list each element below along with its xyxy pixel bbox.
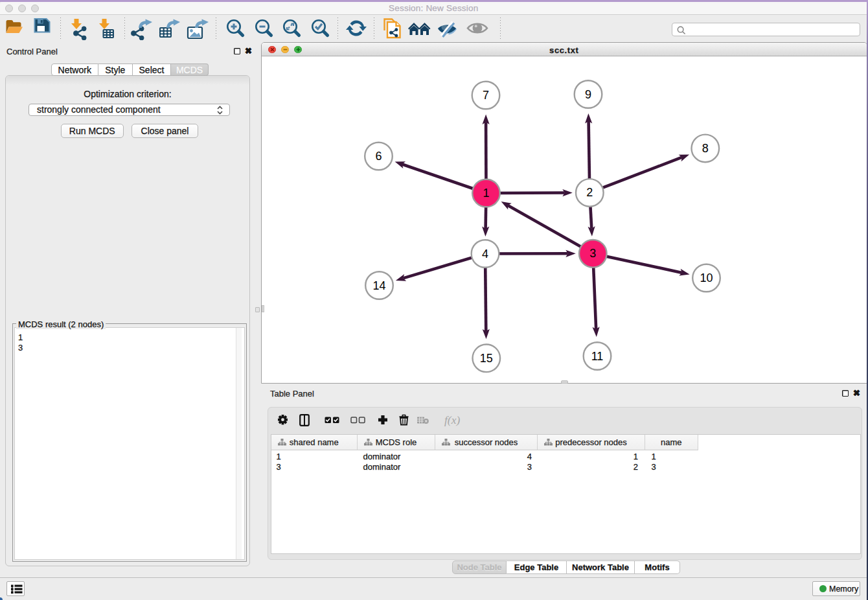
svg-text:7: 7 — [483, 89, 489, 102]
svg-text:9: 9 — [585, 87, 591, 100]
svg-text:1: 1 — [483, 187, 489, 200]
svg-text:2: 2 — [586, 186, 593, 199]
svg-text:3: 3 — [589, 247, 596, 260]
svg-text:10: 10 — [700, 271, 713, 284]
svg-text:6: 6 — [375, 150, 382, 163]
svg-text:11: 11 — [591, 349, 604, 362]
svg-text:8: 8 — [702, 141, 709, 154]
svg-text:14: 14 — [372, 279, 385, 292]
svg-text:15: 15 — [480, 351, 493, 364]
svg-text:4: 4 — [482, 247, 488, 260]
